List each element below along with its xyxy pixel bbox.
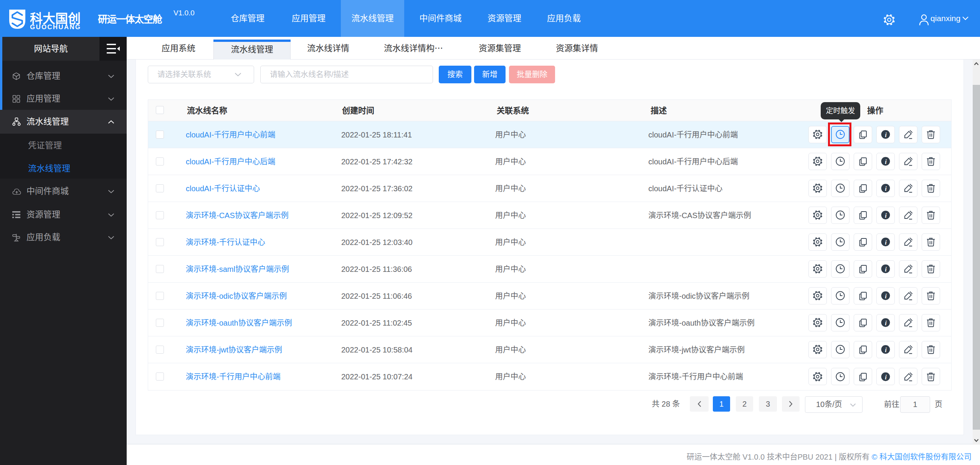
svg-text:i: i bbox=[885, 266, 887, 273]
svg-text:i: i bbox=[885, 185, 887, 192]
svg-text:i: i bbox=[885, 158, 887, 165]
svg-text:i: i bbox=[885, 346, 887, 354]
svg-text:i: i bbox=[885, 373, 887, 381]
svg-text:i: i bbox=[885, 319, 887, 327]
svg-text:i: i bbox=[885, 131, 887, 139]
svg-text:i: i bbox=[885, 293, 887, 300]
svg-text:i: i bbox=[885, 212, 887, 219]
svg-text:i: i bbox=[885, 239, 887, 246]
